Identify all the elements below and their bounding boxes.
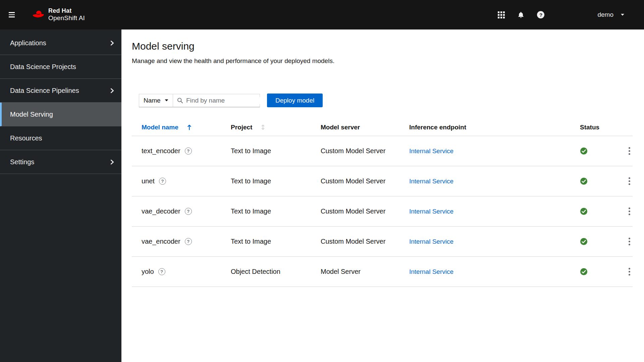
chevron-right-icon bbox=[110, 40, 114, 46]
kebab-menu-button[interactable] bbox=[627, 205, 632, 217]
model-server-cell: Model Server bbox=[311, 256, 399, 287]
column-header-actions bbox=[604, 119, 633, 136]
column-header-model-name[interactable]: Model name bbox=[132, 119, 221, 136]
nav-label: Applications bbox=[10, 39, 46, 47]
table-row: vae_encoder ? Text to Image Custom Model… bbox=[132, 226, 633, 256]
chevron-right-icon bbox=[110, 88, 114, 94]
question-circle-icon[interactable]: ? bbox=[185, 147, 192, 155]
column-header-project[interactable]: Project bbox=[221, 119, 311, 136]
table-header-row: Model name Project Model server bbox=[132, 119, 633, 136]
nav-label: Resources bbox=[10, 134, 42, 142]
status-success-icon bbox=[580, 268, 604, 276]
caret-down-icon bbox=[621, 13, 625, 16]
side-navigation: Applications Data Science Projects Data … bbox=[0, 29, 121, 362]
page-subtitle: Manage and view the health and performan… bbox=[132, 57, 633, 65]
model-server-cell: Custom Model Server bbox=[311, 136, 399, 166]
nav-toggle-button[interactable] bbox=[9, 8, 22, 21]
model-server-cell: Custom Model Server bbox=[311, 226, 399, 256]
table-toolbar: Name Deploy model bbox=[139, 94, 633, 107]
table-row: unet ? Text to Image Custom Model Server… bbox=[132, 166, 633, 196]
search-icon bbox=[177, 98, 183, 104]
deploy-model-button[interactable]: Deploy model bbox=[267, 94, 323, 107]
page-title: Model serving bbox=[132, 41, 633, 52]
project-cell: Text to Image bbox=[221, 136, 311, 166]
table-row: yolo ? Object Detection Model Server Int… bbox=[132, 256, 633, 287]
help-icon[interactable]: ? bbox=[537, 11, 544, 19]
internal-service-link[interactable]: Internal Service bbox=[409, 147, 453, 155]
model-server-cell: Custom Model Server bbox=[311, 196, 399, 226]
project-cell: Text to Image bbox=[221, 166, 311, 196]
app-launcher-icon[interactable] bbox=[497, 11, 505, 19]
question-circle-icon[interactable]: ? bbox=[159, 178, 166, 185]
sort-ascending-icon bbox=[187, 124, 192, 130]
filter-type-select[interactable]: Name bbox=[139, 94, 173, 107]
internal-service-link[interactable]: Internal Service bbox=[409, 178, 453, 185]
status-success-icon bbox=[580, 177, 604, 185]
sidebar-item-settings[interactable]: Settings bbox=[0, 150, 121, 174]
sidebar-item-model-serving[interactable]: Model Serving bbox=[0, 103, 121, 126]
model-table-body: text_encoder ? Text to Image Custom Mode… bbox=[132, 136, 633, 287]
kebab-menu-button[interactable] bbox=[627, 145, 632, 157]
notifications-bell-icon[interactable] bbox=[517, 11, 525, 19]
model-name: yolo bbox=[142, 268, 154, 276]
masthead: Red Hat OpenShift AI ? demo bbox=[0, 0, 644, 29]
model-name: unet bbox=[142, 177, 155, 185]
caret-down-icon bbox=[165, 99, 168, 102]
project-cell: Text to Image bbox=[221, 196, 311, 226]
product-name: OpenShift AI bbox=[48, 15, 85, 22]
question-circle-icon[interactable]: ? bbox=[185, 208, 192, 215]
nav-label: Settings bbox=[10, 158, 34, 166]
kebab-menu-button[interactable] bbox=[627, 266, 632, 278]
column-header-inference-endpoint: Inference endpoint bbox=[399, 119, 570, 136]
sortable-arrows-icon bbox=[261, 124, 265, 130]
brand-logo[interactable]: Red Hat OpenShift AI bbox=[31, 8, 85, 22]
column-header-model-server: Model server bbox=[311, 119, 399, 136]
question-circle-icon[interactable]: ? bbox=[185, 238, 192, 245]
brand-name: Red Hat bbox=[48, 8, 85, 14]
nav-label: Data Science Pipelines bbox=[10, 87, 79, 95]
sidebar-item-data-science-projects[interactable]: Data Science Projects bbox=[0, 55, 121, 79]
model-name: vae_decoder bbox=[142, 207, 180, 215]
sidebar-item-resources[interactable]: Resources bbox=[0, 126, 121, 150]
kebab-menu-button[interactable] bbox=[627, 236, 632, 247]
status-success-icon bbox=[580, 147, 604, 155]
model-name: vae_encoder bbox=[142, 238, 180, 245]
model-server-cell: Custom Model Server bbox=[311, 166, 399, 196]
search-input[interactable] bbox=[186, 97, 268, 104]
project-cell: Text to Image bbox=[221, 226, 311, 256]
username: demo bbox=[597, 11, 613, 18]
question-circle-icon[interactable]: ? bbox=[158, 268, 165, 275]
model-name: text_encoder bbox=[142, 147, 180, 155]
table-row: vae_decoder ? Text to Image Custom Model… bbox=[132, 196, 633, 226]
status-success-icon bbox=[580, 207, 604, 215]
project-cell: Object Detection bbox=[221, 256, 311, 287]
kebab-menu-button[interactable] bbox=[627, 175, 632, 187]
internal-service-link[interactable]: Internal Service bbox=[409, 208, 453, 215]
red-hat-fedora-icon bbox=[31, 10, 45, 20]
search-box bbox=[173, 94, 260, 107]
nav-label: Model Serving bbox=[10, 111, 53, 118]
internal-service-link[interactable]: Internal Service bbox=[409, 268, 453, 275]
filter-type-label: Name bbox=[144, 97, 161, 104]
chevron-right-icon bbox=[110, 159, 114, 165]
column-header-status: Status bbox=[570, 119, 604, 136]
sidebar-item-data-science-pipelines[interactable]: Data Science Pipelines bbox=[0, 79, 121, 103]
user-dropdown[interactable]: demo bbox=[597, 11, 625, 18]
internal-service-link[interactable]: Internal Service bbox=[409, 238, 453, 245]
sidebar-item-applications[interactable]: Applications bbox=[0, 31, 121, 55]
main-content: Model serving Manage and view the health… bbox=[121, 29, 644, 362]
status-success-icon bbox=[580, 238, 604, 245]
table-row: text_encoder ? Text to Image Custom Mode… bbox=[132, 136, 633, 166]
nav-label: Data Science Projects bbox=[10, 63, 76, 71]
model-serving-table: Model name Project Model server bbox=[132, 119, 633, 287]
